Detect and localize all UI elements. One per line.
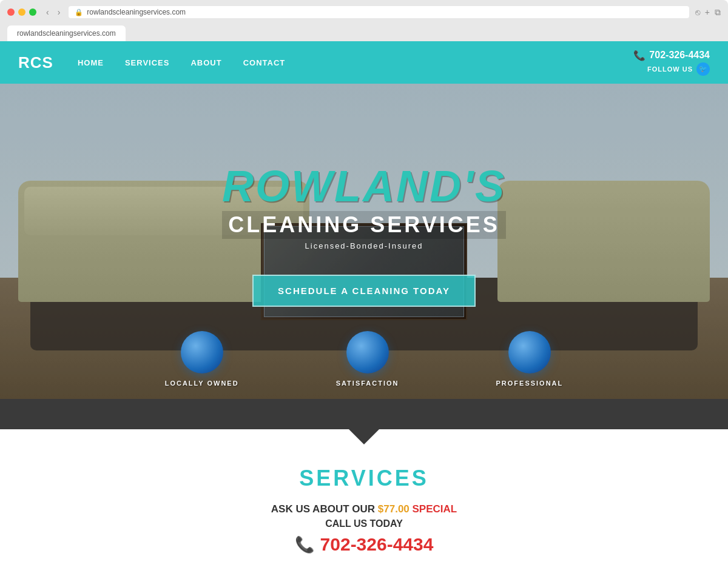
nav-right: 📞 702-326-4434 FOLLOW US 🐦	[633, 50, 710, 76]
feature-orb-satisfaction	[346, 331, 389, 373]
feature-label-professional: PROFESSIONAL	[496, 380, 564, 387]
feature-orb-professional	[508, 331, 551, 373]
hero-content: ROWLAND'S CLEANING SERVICES Licensed-Bon…	[222, 161, 506, 307]
nav-follow: FOLLOW US 🐦	[647, 62, 710, 76]
nav-phone[interactable]: 📞 702-326-4434	[633, 50, 710, 61]
browser-titlebar: ‹ › 🔒 rowlandscleaningservices.com ⎋ + ⧉	[7, 6, 721, 18]
lock-icon: 🔒	[75, 8, 83, 16]
features-strip: LOCALLY OWNED SATISFACTION PROFESSIONAL	[0, 331, 728, 399]
traffic-light-close[interactable]	[7, 8, 15, 16]
share-button[interactable]: ⎋	[695, 7, 700, 18]
services-phone-icon: 📞	[295, 535, 314, 554]
phone-icon: 📞	[633, 50, 645, 61]
follow-label: FOLLOW US	[647, 65, 693, 73]
browser-actions: ⎋ + ⧉	[695, 7, 721, 18]
nav-link-services[interactable]: SERVICES	[125, 58, 170, 67]
nav-link-about[interactable]: ABOUT	[190, 58, 221, 67]
nav-phone-number: 702-326-4434	[649, 50, 710, 61]
services-promo-special: SPECIAL	[410, 503, 457, 515]
services-phone-number: 702-326-4434	[320, 534, 434, 555]
duplicate-button[interactable]: ⧉	[715, 7, 721, 18]
hero-section: ROWLAND'S CLEANING SERVICES Licensed-Bon…	[0, 84, 728, 399]
hero-title-main: ROWLAND'S	[222, 161, 506, 211]
navbar: RCS HOME SERVICES ABOUT CONTACT 📞 702-32…	[0, 41, 728, 84]
feature-item-satisfaction: SATISFACTION	[336, 331, 399, 387]
nav-links: HOME SERVICES ABOUT CONTACT	[78, 58, 633, 67]
nav-logo[interactable]: RCS	[18, 53, 53, 72]
divider-arrow	[349, 429, 379, 444]
feature-label-locally-owned: LOCALLY OWNED	[165, 380, 239, 387]
services-promo-text: ASK US ABOUT OUR	[271, 503, 378, 515]
browser-tab[interactable]: rowlandscleaningservices.com	[7, 25, 126, 41]
nav-link-contact[interactable]: CONTACT	[243, 58, 286, 67]
traffic-lights	[7, 8, 36, 16]
browser-controls: ‹ ›	[44, 6, 62, 18]
hero-title-sub: CLEANING SERVICES	[222, 211, 506, 239]
new-tab-button[interactable]: +	[705, 7, 710, 18]
browser-chrome: ‹ › 🔒 rowlandscleaningservices.com ⎋ + ⧉…	[0, 0, 728, 41]
feature-label-satisfaction: SATISFACTION	[336, 380, 399, 387]
browser-back-button[interactable]: ‹	[44, 6, 52, 18]
browser-forward-button[interactable]: ›	[55, 6, 63, 18]
traffic-light-minimize[interactable]	[18, 8, 25, 16]
tab-label: rowlandscleaningservices.com	[17, 29, 116, 38]
feature-orb-locally-owned	[181, 331, 223, 373]
twitter-icon[interactable]: 🐦	[696, 62, 710, 76]
url-text: rowlandscleaningservices.com	[87, 8, 186, 16]
feature-item-locally-owned: LOCALLY OWNED	[165, 331, 239, 387]
divider-section	[0, 399, 728, 429]
services-title: SERVICES	[18, 466, 710, 491]
hero-tagline: Licensed-Bonded-Insured	[222, 241, 506, 250]
services-section: SERVICES ASK US ABOUT OUR $77.00 SPECIAL…	[0, 429, 728, 576]
services-promo: ASK US ABOUT OUR $77.00 SPECIAL	[18, 503, 710, 515]
services-promo-price: $77.00	[378, 503, 410, 515]
cta-button[interactable]: SCHEDULE A CLEANING TODAY	[252, 275, 476, 307]
address-bar[interactable]: 🔒 rowlandscleaningservices.com	[69, 6, 689, 18]
services-call-label: CALL US TODAY	[18, 518, 710, 529]
services-phone[interactable]: 📞 702-326-4434	[18, 534, 710, 555]
traffic-light-maximize[interactable]	[29, 8, 36, 16]
feature-item-professional: PROFESSIONAL	[496, 331, 564, 387]
nav-link-home[interactable]: HOME	[78, 58, 104, 67]
